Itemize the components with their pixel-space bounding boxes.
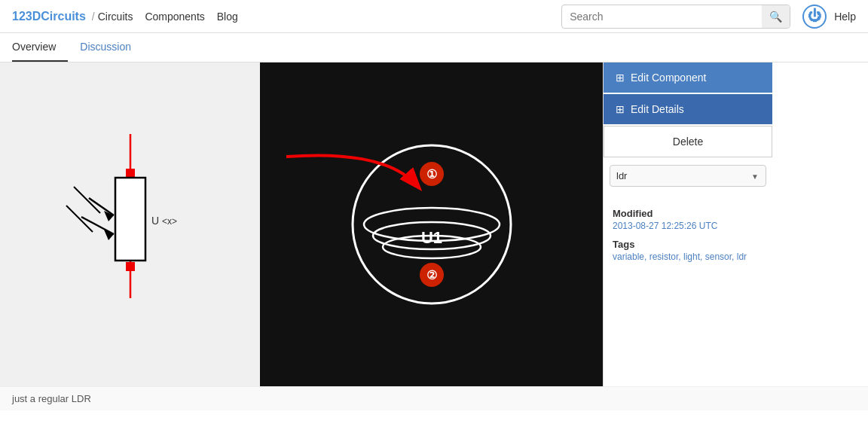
nav-links: Circuits Components Blog xyxy=(98,11,238,23)
svg-rect-4 xyxy=(115,178,145,261)
component-type-select[interactable]: ldr resistor sensor xyxy=(610,165,766,187)
tabs-bar: Overview Discussion xyxy=(0,33,868,62)
tab-overview[interactable]: Overview xyxy=(12,33,68,62)
caption-text: just a regular LDR xyxy=(12,393,91,404)
svg-line-10 xyxy=(66,206,93,232)
svg-line-5 xyxy=(89,198,114,215)
search-input[interactable] xyxy=(562,8,762,26)
svg-line-9 xyxy=(74,187,100,213)
tags-value: variable, resistor, light, sensor, ldr xyxy=(613,251,763,262)
power-icon[interactable]: ⏻ xyxy=(802,5,827,29)
sidebar: ⊞ Edit Component ⊞ Edit Details Delete l… xyxy=(603,62,772,386)
pcb-panel: U1 ① ② xyxy=(260,62,603,386)
caption-area: just a regular LDR xyxy=(0,386,868,410)
svg-text:U1: U1 xyxy=(420,228,442,247)
edit-component-label: Edit Component xyxy=(631,72,706,84)
select-wrapper: ldr resistor sensor xyxy=(610,165,766,187)
nav-components[interactable]: Components xyxy=(145,11,204,23)
edit-details-label: Edit Details xyxy=(631,103,684,115)
main-content: U <x> U1 ① ② xyxy=(0,62,868,386)
nav-separator: / xyxy=(92,11,95,23)
pcb-svg: U1 ① ② xyxy=(345,138,518,311)
delete-label: Delete xyxy=(673,136,703,148)
brand-suffix: Circuits xyxy=(41,10,86,23)
nav-blog[interactable]: Blog xyxy=(217,11,238,23)
schematic-svg: U <x> xyxy=(47,127,213,322)
svg-text:<x>: <x> xyxy=(162,216,177,227)
modified-label: Modified xyxy=(613,208,763,219)
brand-logo: 123DCircuits xyxy=(12,10,86,23)
component-viewer: U <x> U1 ① ② xyxy=(0,62,603,386)
edit-component-button[interactable]: ⊞ Edit Component xyxy=(604,62,772,93)
schematic-panel: U <x> xyxy=(0,62,260,386)
delete-button[interactable]: Delete xyxy=(604,126,772,157)
component-type-select-wrap: ldr resistor sensor xyxy=(604,165,772,194)
edit-details-button[interactable]: ⊞ Edit Details xyxy=(604,94,772,124)
svg-text:U: U xyxy=(151,215,159,227)
search-bar: 🔍 xyxy=(561,5,790,29)
sidebar-meta: Modified 2013-08-27 12:25:26 UTC Tags va… xyxy=(604,194,772,268)
tags-label: Tags xyxy=(613,239,763,250)
svg-rect-3 xyxy=(126,262,135,271)
brand-prefix: 123D xyxy=(12,10,41,23)
svg-text:②: ② xyxy=(426,269,437,282)
search-button[interactable]: 🔍 xyxy=(762,5,790,28)
modified-value: 2013-08-27 12:25:26 UTC xyxy=(613,221,763,231)
svg-text:①: ① xyxy=(426,168,437,181)
nav-circuits[interactable]: Circuits xyxy=(98,11,133,23)
help-link[interactable]: Help xyxy=(834,11,856,23)
navbar: 123DCircuits / Circuits Components Blog … xyxy=(0,0,868,33)
tab-discussion[interactable]: Discussion xyxy=(80,33,143,62)
edit-details-icon: ⊞ xyxy=(616,103,625,115)
edit-component-icon: ⊞ xyxy=(616,72,625,84)
svg-rect-1 xyxy=(126,169,135,178)
